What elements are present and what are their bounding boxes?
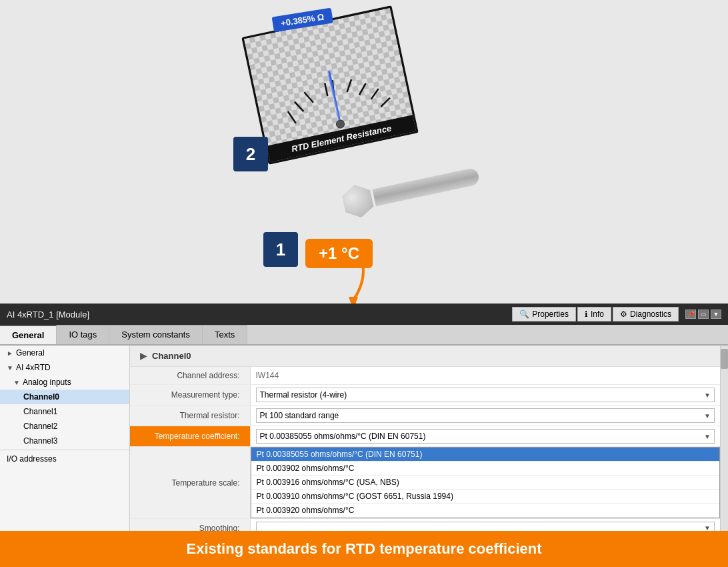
field-value[interactable]: Pt 100 standard range ▼ bbox=[250, 406, 720, 426]
dropdown-list: Pt 0.00385055 ohms/ohms/°C (DIN EN 60751… bbox=[251, 447, 721, 518]
tab-texts[interactable]: Texts bbox=[203, 325, 247, 344]
sidebar-item-analog-inputs[interactable]: ▼ Analog inputs bbox=[0, 375, 129, 390]
dropdown-item-1[interactable]: Pt 0.003902 ohms/ohms/°C bbox=[251, 462, 720, 476]
module-titlebar: AI 4xRTD_1 [Module] 🔍 Properties ℹ Info … bbox=[0, 304, 728, 325]
bottom-panel: AI 4xRTD_1 [Module] 🔍 Properties ℹ Info … bbox=[0, 304, 728, 567]
tab-bar: General IO tags System constants Texts bbox=[0, 325, 728, 346]
thermal-resistor-dropdown[interactable]: Pt 100 standard range ▼ bbox=[256, 408, 715, 423]
svg-line-1 bbox=[295, 100, 303, 113]
dropdown-open-cell[interactable]: Pt 0.00385055 ohms/ohms/°C (DIN EN 60751… bbox=[250, 447, 720, 519]
sidebar-item-io-addresses[interactable]: I/O addresses bbox=[0, 452, 129, 466]
bottom-banner: Existing standards for RTD temperature c… bbox=[0, 531, 728, 567]
svg-line-7 bbox=[369, 89, 380, 99]
field-label: Temperature coefficient: bbox=[130, 426, 250, 447]
svg-line-10 bbox=[329, 75, 341, 125]
arrow-icon: ► bbox=[7, 350, 13, 357]
arrow-icon: ▼ bbox=[7, 364, 13, 372]
svg-line-2 bbox=[304, 91, 313, 104]
table-row: Channel address: IW144 bbox=[130, 367, 720, 385]
tab-io-tags[interactable]: IO tags bbox=[57, 325, 109, 344]
dropdown-item-3[interactable]: Pt 0.003910 ohms/ohms/°C (GOST 6651, Rus… bbox=[251, 490, 720, 504]
sidebar-item-ai4xrtd[interactable]: ▼ AI 4xRTD bbox=[0, 360, 129, 375]
diagnostics-icon: ⚙ bbox=[620, 310, 627, 319]
svg-line-5 bbox=[345, 79, 353, 92]
table-row: Thermal resistor: Pt 100 standard range … bbox=[130, 406, 720, 426]
temp-badge: +1 °C bbox=[305, 239, 373, 268]
channel-header: ▶ Channel0 bbox=[130, 346, 720, 367]
table-row: Measurement type: Thermal resistor (4-wi… bbox=[130, 385, 720, 406]
illustration-area: +0.385% Ω bbox=[0, 0, 728, 307]
sidebar-item-general[interactable]: ► General bbox=[0, 346, 129, 360]
svg-line-0 bbox=[288, 110, 296, 124]
window-controls: 📌 ▭ ▼ bbox=[685, 310, 721, 319]
dropdown-item-4[interactable]: Pt 0.003920 ohms/ohms/°C bbox=[251, 504, 720, 518]
dropdown-item-2[interactable]: Pt 0.003916 ohms/ohms/°C (USA, NBS) bbox=[251, 476, 720, 490]
chevron-down-button[interactable]: ▼ bbox=[711, 310, 721, 319]
gauge-box: RTD Element Resistance bbox=[241, 5, 419, 165]
sidebar-separator bbox=[0, 450, 129, 450]
channel-address-value: IW144 bbox=[256, 371, 279, 380]
module-title: AI 4xRTD_1 [Module] bbox=[7, 310, 89, 320]
table-row: Temperature scale: Pt 0.00385055 ohms/oh… bbox=[130, 447, 720, 519]
field-label: Temperature scale: bbox=[130, 447, 250, 519]
diagnostics-button[interactable]: ⚙ Diagnostics bbox=[613, 307, 679, 322]
field-value[interactable]: Thermal resistor (4-wire) ▼ bbox=[250, 385, 720, 406]
field-value: IW144 bbox=[250, 367, 720, 385]
step-badge-2: 2 bbox=[233, 137, 268, 171]
scrollbar-thumb[interactable] bbox=[721, 349, 728, 369]
table-row: Temperature coefficient: Pt 0.00385055 o… bbox=[130, 426, 720, 447]
tab-system-constants[interactable]: System constants bbox=[109, 325, 203, 344]
dropdown-item-0[interactable]: Pt 0.00385055 ohms/ohms/°C (DIN EN 60751… bbox=[251, 448, 720, 462]
svg-line-8 bbox=[379, 98, 391, 107]
field-label: Channel address: bbox=[130, 367, 250, 385]
pin-button[interactable]: 📌 bbox=[685, 310, 696, 319]
tab-general[interactable]: General bbox=[0, 325, 57, 344]
sidebar-item-channel0[interactable]: Channel0 bbox=[0, 390, 129, 404]
arrow-icon: ▼ bbox=[13, 379, 20, 386]
maximize-button[interactable]: ▭ bbox=[698, 310, 709, 319]
info-button[interactable]: ℹ Info bbox=[577, 307, 611, 322]
measurement-type-dropdown[interactable]: Thermal resistor (4-wire) ▼ bbox=[256, 388, 715, 402]
form-table: Channel address: IW144 Measurement type:… bbox=[130, 367, 720, 538]
chevron-down-icon: ▼ bbox=[704, 433, 711, 440]
properties-icon: 🔍 bbox=[519, 310, 529, 319]
sidebar-item-channel1[interactable]: Channel1 bbox=[0, 404, 129, 419]
chevron-down-icon: ▼ bbox=[704, 412, 711, 420]
step-badge-1: 1 bbox=[263, 232, 298, 267]
svg-line-3 bbox=[325, 83, 327, 97]
properties-buttons: 🔍 Properties ℹ Info ⚙ Diagnostics 📌 ▭ ▼ bbox=[512, 307, 721, 322]
field-value[interactable]: Pt 0.00385055 ohms/ohms/°C (DIN EN 60751… bbox=[250, 426, 720, 447]
field-label: Thermal resistor: bbox=[130, 406, 250, 426]
chevron-down-icon: ▼ bbox=[704, 392, 711, 399]
field-label: Measurement type: bbox=[130, 385, 250, 406]
sidebar-item-channel3[interactable]: Channel3 bbox=[0, 434, 129, 448]
temperature-coefficient-dropdown[interactable]: Pt 0.00385055 ohms/ohms/°C (DIN EN 60751… bbox=[256, 429, 715, 444]
svg-point-11 bbox=[335, 119, 345, 129]
info-icon: ℹ bbox=[585, 310, 588, 319]
properties-button[interactable]: 🔍 Properties bbox=[512, 307, 576, 322]
svg-line-6 bbox=[357, 83, 368, 95]
sensor-illustration bbox=[338, 159, 482, 221]
expand-arrow-icon: ▶ bbox=[140, 351, 147, 361]
sidebar-item-channel2[interactable]: Channel2 bbox=[0, 419, 129, 434]
